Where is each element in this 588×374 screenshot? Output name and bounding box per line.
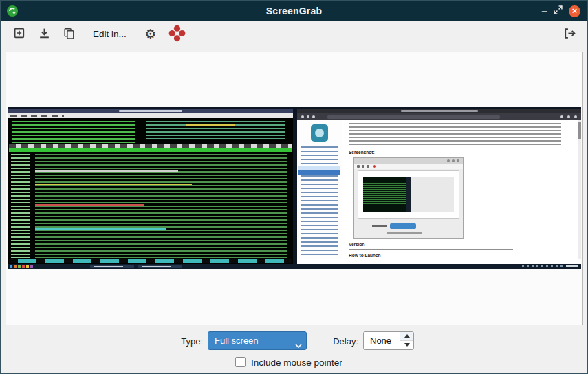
minimize-button[interactable]: − <box>541 6 547 16</box>
page-paragraph <box>349 123 561 146</box>
lubuntu-manual-logo-inner <box>315 129 324 138</box>
desktop-taskbar <box>8 264 581 269</box>
save-button[interactable] <box>34 24 54 45</box>
embedded-toolbar-icon <box>367 165 369 168</box>
terminal-menu-items <box>10 115 64 117</box>
sidebar-highlighted-item <box>298 166 340 170</box>
delay-spinbox[interactable]: None <box>363 331 414 350</box>
include-pointer-checkbox[interactable] <box>235 357 246 367</box>
page-heading-how-to-launch: How to Launch <box>349 254 381 258</box>
htop-process-rows <box>35 154 287 258</box>
htop-selected-row <box>9 148 292 152</box>
browser-content: Screenshot: <box>342 120 578 259</box>
embedded-minimize-icon <box>447 160 450 162</box>
copy-icon <box>63 27 76 42</box>
delay-label: Delay: <box>324 336 358 346</box>
browser-scrollbar-thumb <box>578 122 581 139</box>
embedded-maximize-icon <box>452 160 455 162</box>
close-button[interactable]: × <box>569 6 580 17</box>
browser-menu-icon <box>560 116 563 118</box>
toolbar: Edit in... ⚙ <box>1 21 587 47</box>
delay-spin-up[interactable] <box>400 332 413 341</box>
browser-menu-icon <box>574 116 577 118</box>
settings-button[interactable]: ⚙ <box>140 24 161 45</box>
taskbar-window-button <box>90 265 134 268</box>
restore-icon <box>554 6 563 16</box>
type-select-value: Full screen <box>215 336 259 346</box>
back-icon <box>301 116 304 118</box>
screengrab-logo-icon <box>168 24 186 45</box>
htop-task-summary <box>146 121 285 139</box>
spin-up-icon <box>404 334 410 338</box>
terminal-titlebar <box>8 109 293 113</box>
terminal-menubar <box>8 113 293 118</box>
embedded-toolbar-icon <box>362 165 364 168</box>
reload-icon <box>312 116 315 118</box>
spin-down-icon <box>404 343 410 346</box>
chevron-down-icon <box>295 339 302 351</box>
minimize-icon: − <box>541 6 547 16</box>
htop-column-header <box>9 144 292 148</box>
embedded-toolbar-icon <box>357 165 360 168</box>
about-screengrab-button[interactable] <box>165 23 190 45</box>
screengrab-window: ScreenGrab − × Edit in... ⚙ <box>0 0 588 374</box>
terminal-text-row <box>35 184 192 185</box>
screenshot-preview: Screenshot: <box>8 107 581 269</box>
taskbar-app-icons <box>10 265 37 268</box>
new-screenshot-icon <box>13 27 26 42</box>
copy-button[interactable] <box>58 24 79 45</box>
lubuntu-manual-logo <box>311 124 328 142</box>
terminal-text-row <box>35 228 166 230</box>
htop-load-average <box>186 124 235 126</box>
preview-area: Screenshot: <box>6 52 583 325</box>
terminal-text-row <box>35 170 178 172</box>
sidebar-toc-links <box>301 146 338 256</box>
page-paragraph <box>349 249 513 250</box>
restore-button[interactable] <box>554 6 563 16</box>
browser-title-text <box>401 110 478 112</box>
url-bar <box>327 116 500 119</box>
embedded-thumbnail-document <box>411 177 454 212</box>
new-screenshot-button[interactable] <box>9 24 30 45</box>
type-select[interactable]: Full screen <box>208 331 307 350</box>
browser-menu-icon <box>567 116 570 118</box>
page-heading-version: Version <box>349 243 364 248</box>
combo-separator <box>290 335 290 346</box>
settings-gear-icon: ⚙ <box>144 28 156 41</box>
close-icon: × <box>572 6 578 15</box>
edit-in-button[interactable]: Edit in... <box>83 24 136 45</box>
taskbar-clock <box>566 265 578 267</box>
forward-icon <box>307 116 309 118</box>
embedded-thumbnail <box>363 177 454 212</box>
embedded-toolbar <box>354 164 463 169</box>
delay-spin-down[interactable] <box>400 341 413 350</box>
embedded-type-label <box>372 225 387 227</box>
terminal-title-text <box>119 110 182 112</box>
exit-button[interactable] <box>558 24 579 45</box>
embedded-titlebar <box>354 158 463 164</box>
sidebar-selected-item <box>298 170 340 175</box>
include-pointer-label: Include mouse pointer <box>251 358 342 368</box>
page-heading-screenshot: Screenshot: <box>349 151 375 155</box>
embedded-type-combobox <box>390 223 416 229</box>
exit-icon <box>563 27 576 42</box>
browser-toolbar <box>297 113 581 120</box>
terminal-body <box>8 118 293 264</box>
window-title: ScreenGrab <box>1 6 587 16</box>
htop-cpu-meters <box>12 121 135 144</box>
htop-pid-column <box>11 154 30 258</box>
taskbar-tray-icons <box>522 265 563 267</box>
save-icon <box>38 27 51 42</box>
embedded-screengrab-image <box>353 157 464 239</box>
titlebar[interactable]: ScreenGrab − × <box>1 1 587 21</box>
delay-value: None <box>370 336 391 346</box>
embedded-thumbnail-terminal <box>363 177 406 212</box>
embedded-logo-icon <box>373 165 376 168</box>
delay-spin-buttons <box>400 332 413 349</box>
browser-scrollbar <box>578 120 581 259</box>
browser-window: Screenshot: <box>297 109 581 264</box>
taskbar-window-label <box>142 266 171 267</box>
terminal-text-row <box>35 204 144 206</box>
taskbar-window-label <box>94 266 123 267</box>
embedded-checkbox-row <box>387 232 422 234</box>
